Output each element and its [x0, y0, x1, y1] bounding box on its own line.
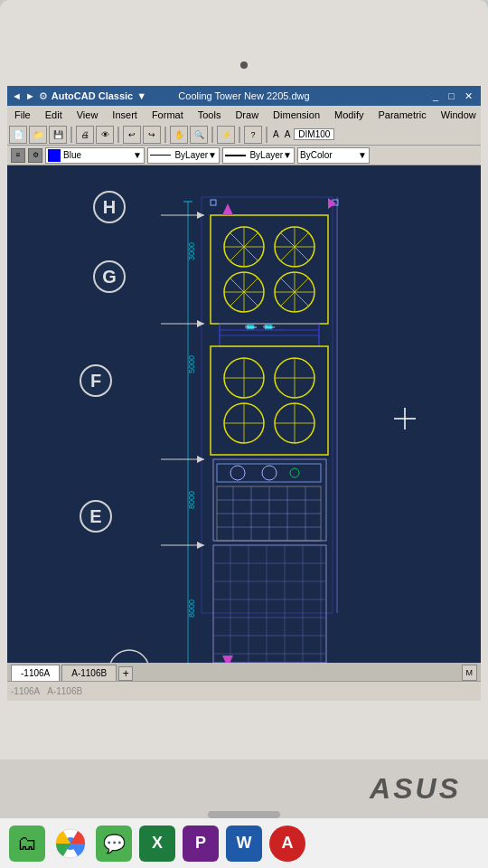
svg-text:5000: 5000: [187, 355, 196, 373]
layer-color-swatch: [48, 149, 61, 162]
cad-drawing: Shower Shower: [7, 165, 481, 681]
menu-modify[interactable]: Modify: [327, 108, 371, 122]
toolbar1: 📄 📁 💾 🖨 👁 ↩ ↪ ✋ 🔍 ⚡ ? A A DIM100: [7, 124, 481, 146]
taskbar-chrome[interactable]: [52, 826, 89, 862]
dim-style-val[interactable]: A: [283, 129, 293, 139]
settings-icon[interactable]: ⚙: [39, 90, 48, 102]
maximize-btn[interactable]: □: [445, 90, 458, 101]
label-H: H: [93, 191, 126, 223]
taskbar-messages[interactable]: 💬: [96, 826, 132, 862]
sep6: [266, 127, 267, 143]
title-bar: ◄ ► ⚙ AutoCAD Classic ▼ Cooling Tower Ne…: [7, 86, 481, 106]
webcam: [240, 61, 248, 69]
dim-style-box[interactable]: DIM100: [294, 128, 334, 140]
publisher-icon: P: [195, 834, 206, 853]
match-prop[interactable]: ⚡: [217, 126, 235, 144]
taskbar-word[interactable]: W: [226, 826, 262, 862]
lineweight-selector[interactable]: ByLayer ▼: [222, 147, 295, 164]
screen: ◄ ► ⚙ AutoCAD Classic ▼ Cooling Tower Ne…: [7, 86, 481, 701]
nav-fwd[interactable]: ►: [25, 90, 35, 101]
label-E: E: [80, 500, 112, 533]
laptop-hinge-bar: [208, 811, 280, 818]
cad-canvas[interactable]: Shower Shower: [7, 165, 481, 681]
nav-back[interactable]: ◄: [12, 90, 22, 101]
plotstyle-arrow[interactable]: ▼: [358, 150, 367, 160]
autocad-icon: A: [282, 834, 294, 853]
toolbar2: ≡ ⚙ Blue ▼ ByLayer ▼ ByLayer ▼ ByColor ▼: [7, 146, 481, 165]
linetype-label: ByLayer: [174, 150, 208, 160]
menu-view[interactable]: View: [70, 108, 106, 122]
sep2: [117, 127, 119, 143]
plotstyle-selector[interactable]: ByColor ▼: [297, 147, 370, 164]
app-name: AutoCAD Classic: [52, 90, 133, 101]
menu-dimension[interactable]: Dimension: [266, 108, 327, 122]
messages-icon: 💬: [103, 833, 126, 854]
tab-right-ctrl[interactable]: M: [462, 665, 478, 681]
file-manager-icon: 🗂: [17, 832, 37, 855]
undo-btn[interactable]: ↩: [123, 126, 141, 144]
tab-bar: -1106A A-1106B + M: [7, 663, 481, 681]
status-coord1: -1106A: [11, 686, 40, 696]
taskbar-autocad[interactable]: A: [269, 826, 305, 862]
status-coord2: A-1106B: [47, 686, 82, 696]
menu-window[interactable]: Window: [434, 108, 481, 122]
label-F: F: [80, 364, 112, 397]
new-btn[interactable]: 📄: [9, 126, 27, 144]
menu-bar: File Edit View Insert Format Tools Draw …: [7, 106, 481, 124]
save-btn[interactable]: 💾: [49, 126, 67, 144]
lineweight-line: [225, 155, 246, 156]
layer-props-icon[interactable]: ⚙: [28, 148, 42, 163]
menu-parametric[interactable]: Parametric: [371, 108, 433, 122]
layer-selector[interactable]: Blue ▼: [45, 147, 145, 164]
zoom-btn[interactable]: 🔍: [190, 126, 208, 144]
linetype-arrow[interactable]: ▼: [208, 150, 217, 160]
status-bar: -1106A A-1106B: [7, 681, 481, 701]
add-tab-btn[interactable]: +: [118, 666, 133, 681]
svg-text:8000: 8000: [187, 599, 196, 618]
sep5: [239, 127, 240, 143]
menu-edit[interactable]: Edit: [38, 108, 70, 122]
svg-text:8000: 8000: [187, 491, 196, 509]
taskbar-excel[interactable]: X: [139, 826, 175, 862]
svg-text:3000: 3000: [187, 242, 196, 260]
window-controls: _ □ ✕: [429, 90, 476, 102]
asus-logo: ASUS: [370, 772, 461, 806]
tab-1106a[interactable]: -1106A: [11, 665, 60, 681]
lineweight-arrow[interactable]: ▼: [283, 150, 292, 160]
pan-btn[interactable]: ✋: [170, 126, 188, 144]
redo-btn[interactable]: ↪: [143, 126, 161, 144]
taskbar: 🗂 💬 X P W A: [0, 818, 488, 868]
svg-text:Shower: Shower: [263, 325, 276, 329]
title-bar-left: ◄ ► ⚙ AutoCAD Classic ▼: [12, 90, 146, 102]
label-G: G: [93, 260, 126, 293]
plot-preview[interactable]: 👁: [96, 126, 114, 144]
menu-tools[interactable]: Tools: [191, 108, 229, 122]
menu-insert[interactable]: Insert: [105, 108, 145, 122]
sep3: [164, 127, 166, 143]
linetype-selector[interactable]: ByLayer ▼: [147, 147, 220, 164]
menu-format[interactable]: Format: [145, 108, 191, 122]
taskbar-file-manager[interactable]: 🗂: [9, 826, 45, 862]
menu-file[interactable]: File: [7, 108, 38, 122]
chrome-icon: [55, 828, 86, 859]
help-btn[interactable]: ?: [244, 126, 262, 144]
file-title: Cooling Tower New 2205.dwg: [178, 90, 309, 101]
menu-draw[interactable]: Draw: [228, 108, 266, 122]
dropdown-arrow[interactable]: ▼: [136, 90, 146, 101]
print-btn[interactable]: 🖨: [76, 126, 94, 144]
svg-text:Shower: Shower: [245, 325, 258, 329]
close-btn[interactable]: ✕: [461, 90, 476, 101]
open-btn[interactable]: 📁: [29, 126, 47, 144]
layer-name: Blue: [63, 150, 81, 160]
plotstyle-label: ByColor: [300, 150, 333, 160]
asus-branding-area: ASUS: [0, 760, 488, 818]
layer-dropdown-arrow[interactable]: ▼: [133, 150, 142, 160]
lineweight-label: ByLayer: [249, 150, 283, 160]
linetype-line: [150, 155, 171, 156]
excel-icon: X: [152, 834, 163, 853]
minimize-btn[interactable]: _: [429, 90, 442, 101]
sep4: [211, 127, 213, 143]
tab-a1106b[interactable]: A-1106B: [61, 665, 117, 681]
taskbar-publisher[interactable]: P: [183, 826, 219, 862]
layer-icon[interactable]: ≡: [11, 148, 25, 163]
